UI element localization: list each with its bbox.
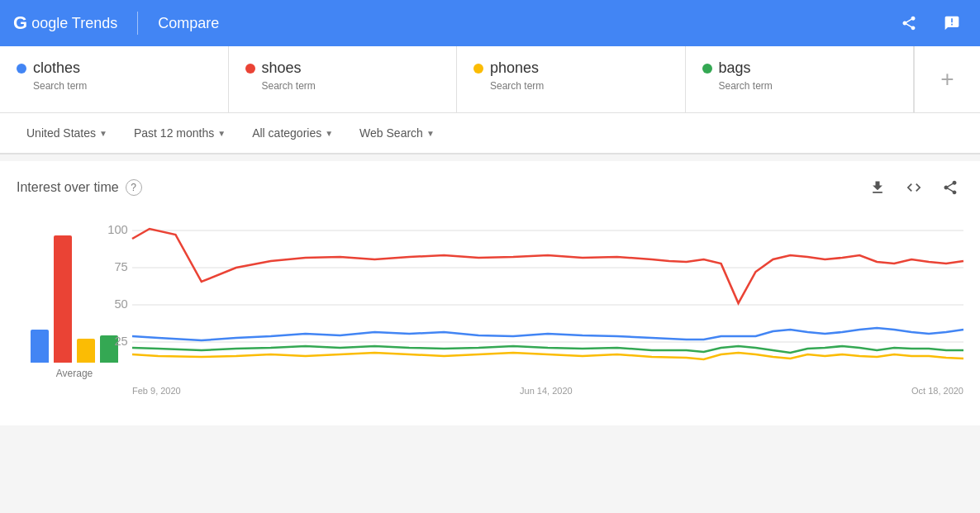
region-arrow-icon: ▼	[99, 129, 107, 138]
add-icon: +	[940, 66, 954, 93]
share-chart-button[interactable]	[937, 174, 963, 201]
term-dot-shoes	[245, 64, 255, 74]
time-arrow-icon: ▼	[217, 129, 226, 138]
embed-button[interactable]	[901, 174, 927, 201]
term-name-bags: bags	[719, 59, 751, 77]
time-filter[interactable]: Past 12 months ▼	[124, 120, 235, 146]
header-left: G oogle Trends Compare	[13, 12, 219, 35]
term-name-shoes: shoes	[262, 59, 302, 77]
term-name-clothes: clothes	[33, 59, 80, 77]
x-axis-labels: Feb 9, 2020 Jun 14, 2020 Oct 18, 2020	[132, 382, 963, 396]
search-type-label: Web Search	[359, 126, 423, 140]
svg-text:50: 50	[114, 297, 127, 311]
help-icon[interactable]: ?	[126, 179, 142, 196]
section-title-area: Interest over time ?	[17, 179, 142, 196]
category-filter[interactable]: All categories ▼	[242, 120, 343, 146]
region-filter[interactable]: United States ▼	[17, 120, 117, 146]
term-name-row-bags: bags	[702, 59, 897, 77]
svg-text:25: 25	[114, 335, 127, 348]
search-type-arrow-icon: ▼	[426, 129, 435, 138]
x-label-jun: Jun 14, 2020	[520, 386, 573, 396]
header-actions	[894, 8, 967, 38]
term-dot-clothes	[17, 64, 26, 74]
compare-label: Compare	[158, 15, 219, 32]
section-header: Interest over time ?	[17, 174, 963, 201]
search-type-filter[interactable]: Web Search ▼	[350, 120, 445, 146]
line-clothes	[132, 328, 963, 340]
line-bags	[132, 346, 963, 353]
section-title: Interest over time	[17, 180, 119, 195]
category-arrow-icon: ▼	[325, 129, 333, 138]
help-label: ?	[131, 182, 136, 193]
term-label-shoes: Search term	[262, 80, 440, 92]
avg-label: Average	[56, 368, 93, 379]
term-label-phones: Search term	[490, 80, 668, 92]
term-dot-phones	[473, 64, 483, 74]
term-name-row-shoes: shoes	[245, 59, 440, 77]
bars-container	[31, 214, 118, 363]
line-shoes	[132, 229, 963, 303]
line-chart-section: 100 75 50 25 Feb 9, 2020 Jun 14, 2020 Oc…	[132, 214, 963, 396]
share-button[interactable]	[894, 8, 924, 38]
chart-container: Average 100 75 50 25	[17, 214, 963, 412]
region-label: United States	[26, 126, 96, 140]
download-button[interactable]	[864, 174, 891, 201]
filter-bar: United States ▼ Past 12 months ▼ All cat…	[0, 113, 980, 154]
google-g-letter: G	[13, 12, 26, 34]
header-divider	[137, 12, 138, 35]
term-name-phones: phones	[490, 59, 539, 77]
search-term-shoes[interactable]: shoes Search term	[229, 46, 458, 112]
app-header: G oogle Trends Compare	[0, 0, 980, 46]
term-label-clothes: Search term	[33, 80, 212, 92]
section-actions	[864, 174, 963, 201]
trends-wordmark: oogle Trends	[31, 15, 117, 32]
line-phones	[132, 353, 963, 359]
search-term-phones[interactable]: phones Search term	[457, 46, 686, 112]
time-label: Past 12 months	[134, 126, 214, 140]
term-name-row-clothes: clothes	[17, 59, 212, 77]
feedback-button[interactable]	[937, 8, 967, 38]
search-term-bags[interactable]: bags Search term	[686, 46, 915, 112]
term-name-row-phones: phones	[473, 59, 668, 77]
interest-over-time-section: Interest over time ?	[0, 161, 980, 425]
search-term-clothes[interactable]: clothes Search term	[0, 46, 229, 112]
line-chart-svg: 100 75 50 25	[132, 214, 963, 379]
search-terms-bar: clothes Search term shoes Search term ph…	[0, 46, 980, 113]
x-label-feb: Feb 9, 2020	[132, 386, 181, 396]
x-label-oct: Oct 18, 2020	[911, 386, 963, 396]
svg-text:100: 100	[107, 223, 127, 236]
term-dot-bags	[702, 64, 712, 74]
svg-text:75: 75	[114, 260, 127, 273]
google-trends-logo: G oogle Trends	[13, 12, 117, 34]
category-label: All categories	[252, 126, 321, 140]
avg-bar-phones	[77, 339, 95, 363]
add-term-button[interactable]: +	[914, 46, 980, 112]
avg-bar-clothes	[31, 330, 49, 363]
avg-bar-shoes	[54, 235, 72, 363]
term-label-bags: Search term	[719, 80, 897, 92]
